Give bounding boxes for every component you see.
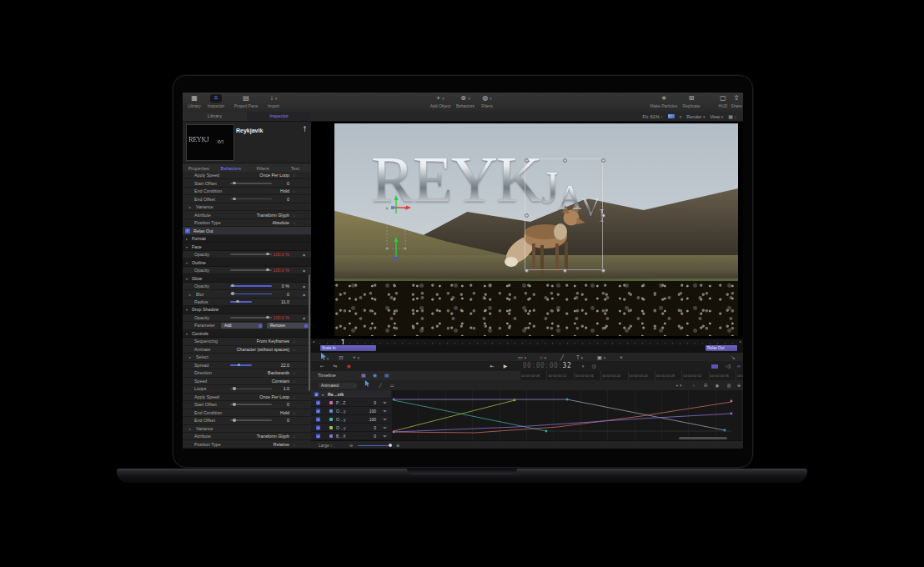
popup-stepper-icon[interactable]: ↕ xyxy=(294,371,295,375)
inspector-row-apply-speed[interactable]: Apply SpeedOnce Per Loop↕ xyxy=(183,394,311,401)
range-end-icon[interactable]: ▸ xyxy=(740,339,741,344)
disclosure-closed-icon[interactable]: ▸ xyxy=(189,292,191,296)
parameter-value[interactable]: Once Per Loop xyxy=(259,394,289,399)
parameter-value[interactable]: 0 xyxy=(287,181,289,186)
selection-handle[interactable] xyxy=(525,268,529,273)
inspector-row-attribute[interactable]: AttributeTransform Glyph↕ xyxy=(183,433,311,440)
popup-stepper-icon[interactable]: ↕ xyxy=(294,410,295,414)
popup-stepper-icon[interactable]: ↕ xyxy=(294,442,295,446)
keyframe-point[interactable] xyxy=(724,429,726,432)
frames-icon[interactable]: ⊟ xyxy=(701,380,710,390)
selection-bounding-box[interactable] xyxy=(525,158,603,270)
audio-tracks-icon[interactable]: ▤ xyxy=(384,371,389,380)
audio-icon[interactable]: ◁) xyxy=(723,361,733,371)
parameter-value[interactable]: 100.0 % xyxy=(274,268,289,273)
disclosure-open-icon[interactable]: ▾ xyxy=(186,260,188,264)
inspector-row-opacity[interactable]: Opacity100.0 %◆ xyxy=(183,251,311,258)
inspector-row-direction[interactable]: DirectionBackwards↕ xyxy=(183,369,311,377)
add-parameter-button[interactable]: Add xyxy=(221,323,263,329)
popup-stepper-icon[interactable]: ↕ xyxy=(294,339,295,344)
disclosure-closed-icon[interactable]: ▸ xyxy=(189,426,191,430)
parameter-slider[interactable] xyxy=(230,253,272,255)
parameter-slider[interactable] xyxy=(230,294,272,295)
param-checkbox[interactable]: ✓ xyxy=(316,400,320,404)
timeline-layer-row[interactable]: ✓▾Re…vik xyxy=(311,390,391,399)
inspector-row-end-offset[interactable]: End Offset0 xyxy=(183,417,311,424)
make-particles-button[interactable]: ∗ Make Particles xyxy=(647,94,680,108)
remove-parameter-button[interactable]: Remove xyxy=(267,323,309,329)
selection-handle[interactable] xyxy=(601,158,605,163)
popup-stepper-icon[interactable]: ↕ xyxy=(294,221,295,225)
parameter-value[interactable]: From Keyframes xyxy=(257,339,289,344)
parameter-slider[interactable] xyxy=(230,404,272,405)
edit-keyframes-tool[interactable] xyxy=(363,380,371,390)
add-object-button[interactable]: + ▾ Add Object xyxy=(428,94,453,108)
keyframe-curve[interactable] xyxy=(394,402,731,433)
share-button[interactable]: ⇧ Share xyxy=(730,94,743,108)
parameter-value[interactable]: Constant xyxy=(272,379,289,384)
keyframe-point[interactable] xyxy=(566,399,569,401)
inspector-row-parameter[interactable]: ParameterAddRemove xyxy=(183,322,311,329)
behavior-checkbox[interactable]: ✓ xyxy=(185,228,190,233)
parameter-value[interactable]: Relative xyxy=(274,442,289,447)
inspector-row-start-offset[interactable]: Start Offset0 xyxy=(183,401,311,409)
parameter-value[interactable]: 0 xyxy=(287,197,289,202)
keyframe-curve-editor[interactable] xyxy=(391,390,743,440)
param-checkbox[interactable]: ✓ xyxy=(316,425,320,429)
parameter-slider[interactable] xyxy=(230,198,272,200)
clock-icon[interactable]: ◷ xyxy=(590,361,598,371)
keyframe-nav-icon[interactable]: ‹◆› xyxy=(383,409,387,413)
timeline-param-row-p-z[interactable]: ✓P…Z0‹◆› xyxy=(311,399,391,407)
parameter-value[interactable]: 11.0 xyxy=(281,299,289,304)
inspector-row-controls[interactable]: ▾Controls xyxy=(183,330,311,338)
timecode-menu-icon[interactable]: ▾ xyxy=(580,361,586,371)
replicate-button[interactable]: ⊞ Replicate xyxy=(679,94,704,108)
keyframe-point[interactable] xyxy=(731,400,733,403)
range-start-icon[interactable]: ◂ xyxy=(313,339,314,344)
disclosure-open-icon[interactable]: ▾ xyxy=(186,244,188,248)
selection-handle[interactable] xyxy=(563,268,567,273)
panel-scrollbar[interactable] xyxy=(309,274,310,391)
video-tracks-icon[interactable]: ▦ xyxy=(361,371,366,380)
keyframes-icon[interactable]: ◉ xyxy=(373,371,377,380)
curves-scrollbar[interactable] xyxy=(679,437,727,439)
inspector-row-speed[interactable]: SpeedConstant↕ xyxy=(183,378,311,385)
view-menu[interactable]: View ▾ xyxy=(710,114,723,119)
inspector-row-end-condition[interactable]: End ConditionHold↕ xyxy=(183,188,311,195)
parameter-slider[interactable] xyxy=(230,419,272,421)
inspector-row-animate[interactable]: AnimateCharacter (without spaces)↕ xyxy=(183,346,311,354)
behaviors-button[interactable]: ⊛ ▾ Behaviors xyxy=(454,94,477,108)
inspector-row-attribute[interactable]: AttributeTransform Glyph↕ xyxy=(183,211,311,218)
inspector-row-spread[interactable]: Spread22.0 xyxy=(183,362,311,369)
popup-stepper-icon[interactable]: ↕ xyxy=(294,213,295,217)
inspector-row-end-offset[interactable]: End Offset0 xyxy=(183,195,311,203)
timeline-param-row-o-y[interactable]: ✓O…y0‹◆› xyxy=(311,424,391,432)
parameter-value[interactable]: 100.0 % xyxy=(274,252,289,257)
parameter-slider[interactable] xyxy=(230,389,272,390)
keyframe-icon[interactable]: ◆ xyxy=(303,253,305,257)
param-checkbox[interactable]: ✓ xyxy=(316,417,320,421)
loop-playback-icon[interactable]: ⇆ xyxy=(331,361,339,371)
inspector-row-drop-shadow[interactable]: ▾Drop Shadow xyxy=(183,306,311,314)
parameter-slider[interactable] xyxy=(230,183,272,184)
keyframe-point[interactable] xyxy=(514,399,516,402)
param-value[interactable]: 0 xyxy=(374,434,376,439)
inspector-row-face[interactable]: ▾Face xyxy=(183,243,311,250)
inspector-row-sequencing[interactable]: SequencingFrom Keyframes↕ xyxy=(183,338,311,345)
selection-handle[interactable] xyxy=(601,268,605,273)
parameter-value[interactable]: Hold xyxy=(280,188,289,193)
parameter-value[interactable]: 1.0 xyxy=(284,386,289,391)
parameter-value[interactable]: 0 xyxy=(287,292,289,297)
zoom-in-icon[interactable]: ⊕ xyxy=(394,441,401,449)
inspector-row-position-type[interactable]: Position TypeRelative↕ xyxy=(183,440,311,448)
keyframe-curve[interactable] xyxy=(394,400,515,431)
keyframe-icon[interactable]: ◆ xyxy=(303,292,305,296)
popup-stepper-icon[interactable]: ↕ xyxy=(294,173,295,178)
parameter-value[interactable]: 0 xyxy=(287,418,289,423)
inspector-row-loops[interactable]: Loops1.0 xyxy=(183,385,311,393)
parameter-value[interactable]: 22.0 xyxy=(281,363,289,368)
transform-gizmo[interactable] xyxy=(380,193,419,267)
parameter-value[interactable]: Backwards xyxy=(268,370,289,375)
curve-set-popup[interactable]: Animated↕ xyxy=(319,383,357,389)
step-back-icon[interactable]: ⇤ xyxy=(488,361,496,371)
